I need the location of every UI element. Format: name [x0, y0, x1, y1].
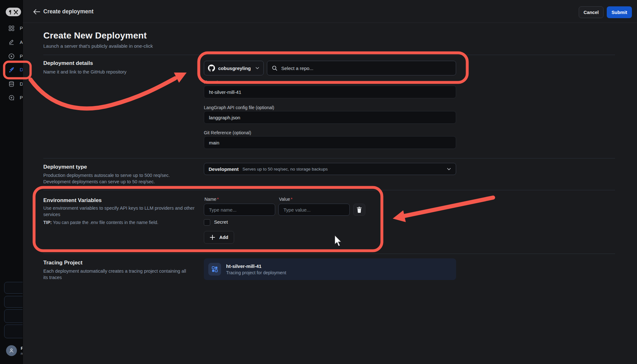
required-marker: * — [217, 197, 218, 202]
topbar-title: Create deployment — [43, 8, 94, 15]
delete-env-row-button[interactable] — [353, 204, 365, 216]
page-title: Create New Deployment — [43, 31, 147, 41]
rocket-icon — [8, 66, 15, 73]
app-window: Pr An Pl De — [0, 0, 637, 364]
deployment-type-hint: Serves up to 50 req/sec, no storage back… — [242, 167, 328, 172]
divider — [43, 254, 615, 254]
tracing-project-card: ht-silver-mill-41 Tracing project for de… — [204, 258, 456, 280]
database-icon — [8, 81, 15, 87]
deployment-type-selected: Development — [209, 166, 239, 172]
deployment-type-desc-1: Production deployments autoscale to serv… — [43, 172, 170, 178]
git-reference-input[interactable] — [204, 136, 456, 149]
page-subtitle: Launch a server that's publicly availabl… — [43, 43, 153, 49]
chevron-down-icon — [255, 66, 260, 70]
chat-plus-icon — [8, 94, 15, 101]
plus-icon — [210, 234, 215, 240]
cancel-button[interactable]: Cancel — [579, 6, 604, 18]
add-env-var-button[interactable]: Add — [204, 231, 234, 244]
github-account-name: cobusgreyling — [218, 66, 251, 71]
arrow-left-icon — [32, 8, 41, 15]
grid-icon — [8, 25, 15, 32]
env-vars-desc-2: services — [43, 211, 60, 218]
name-field-label: Name* — [204, 80, 218, 85]
chevron-down-icon — [447, 167, 451, 172]
submit-button[interactable]: Submit — [607, 6, 632, 18]
secret-checkbox-label: Secret — [214, 219, 228, 225]
tracing-project-name: ht-silver-mill-41 — [226, 263, 286, 269]
project-tile — [208, 263, 221, 276]
sidebar: Pr An Pl De — [0, 0, 23, 364]
deployment-type-desc-2: Development deployments can serve up to … — [43, 178, 155, 185]
add-button-label: Add — [219, 235, 228, 240]
env-vars-tip: TIP: You can paste the .env file content… — [43, 220, 158, 225]
github-icon — [208, 65, 215, 72]
avatar — [6, 345, 17, 356]
trash-icon — [356, 206, 362, 213]
github-account-dropdown[interactable]: cobusgreyling — [204, 61, 264, 75]
divider — [43, 158, 615, 158]
play-icon — [8, 53, 15, 60]
required-marker: * — [216, 80, 218, 85]
config-field-label: LangGraph API config file (optional) — [204, 105, 274, 110]
tracing-project-meta: ht-silver-mill-41 Tracing project for de… — [226, 263, 286, 275]
repo-select-placeholder: Select a repo... — [281, 66, 313, 71]
env-name-label: Name* — [204, 197, 219, 202]
tracing-project-subtitle: Tracing project for deployment — [226, 270, 286, 275]
langsmith-logo[interactable] — [6, 8, 21, 16]
person-icon — [9, 348, 14, 354]
env-value-input[interactable] — [278, 204, 350, 216]
details-heading: Deployment details — [43, 60, 93, 66]
env-vars-desc-1: Use environment variables to specify API… — [43, 205, 195, 211]
env-name-input[interactable] — [204, 204, 275, 216]
create-deployment-panel: Create deployment Cancel Submit Create N… — [23, 0, 637, 364]
topbar: Create deployment Cancel Submit — [23, 0, 637, 23]
required-marker: * — [291, 197, 292, 202]
project-grid-icon — [211, 266, 218, 273]
tracing-desc-2: its traces — [43, 274, 62, 281]
divider — [43, 55, 615, 55]
env-vars-heading: Environment Variables — [43, 197, 102, 204]
config-file-input[interactable] — [204, 111, 456, 124]
deployment-type-select[interactable]: Development Serves up to 50 req/sec, no … — [204, 163, 456, 175]
details-description: Name it and link to the GitHub repositor… — [43, 69, 126, 75]
deployment-type-heading: Deployment type — [43, 164, 87, 170]
env-value-label: Value* — [279, 197, 292, 202]
tracing-heading: Tracing Project — [43, 260, 82, 266]
secret-checkbox[interactable] — [204, 219, 210, 226]
git-ref-field-label: Git Reference (optional) — [204, 130, 251, 135]
search-icon — [272, 65, 277, 71]
repo-select-input[interactable]: Select a repo... — [267, 61, 456, 75]
name-input[interactable] — [204, 86, 456, 98]
back-button[interactable] — [32, 8, 41, 16]
bird-and-tools-icon — [7, 9, 20, 15]
divider — [43, 190, 615, 190]
form-content: Create New Deployment Launch a server th… — [23, 23, 637, 364]
pencil-icon — [8, 39, 15, 46]
tracing-desc-1: Each deployment automatically creates a … — [43, 268, 186, 274]
